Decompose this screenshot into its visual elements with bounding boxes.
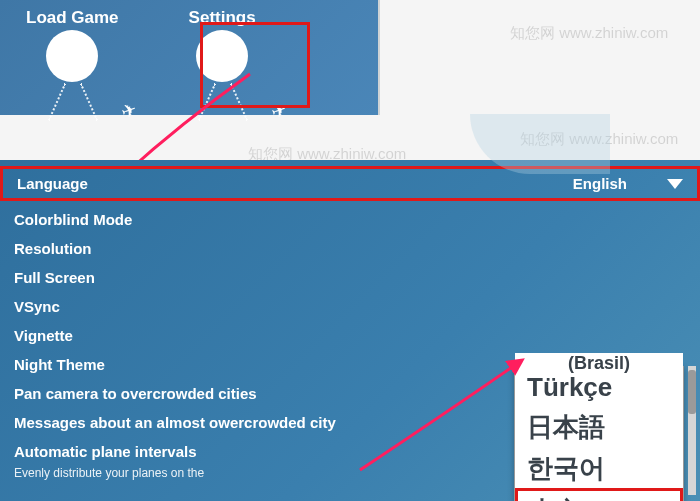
- plane-icon: ✈: [268, 98, 290, 124]
- language-label: Language: [17, 175, 88, 192]
- language-dropdown[interactable]: (Brasil) Türkçe日本語한국어中文Việtاَلْعَرَبِيَّ…: [514, 366, 684, 501]
- language-row[interactable]: Language English: [0, 166, 700, 201]
- top-screenshot: Load Game ✈ Settings ✈: [0, 0, 380, 115]
- settings-row-label: Resolution: [14, 240, 92, 257]
- settings-row[interactable]: VSync: [0, 292, 700, 321]
- chevron-down-icon: [667, 179, 683, 189]
- settings-row[interactable]: Resolution: [0, 234, 700, 263]
- settings-label: Settings: [189, 8, 256, 28]
- plane-icon: ✈: [118, 98, 140, 124]
- load-game-button[interactable]: Load Game ✈: [26, 8, 119, 82]
- dropdown-truncated-top: (Brasil): [515, 353, 683, 374]
- settings-row[interactable]: Full Screen: [0, 263, 700, 292]
- settings-row-label: Colorblind Mode: [14, 211, 132, 228]
- dropdown-item[interactable]: 中文: [515, 488, 683, 501]
- load-game-circle: ✈: [46, 30, 98, 82]
- settings-row[interactable]: Vignette: [0, 321, 700, 350]
- settings-circle: ✈: [196, 30, 248, 82]
- load-game-label: Load Game: [26, 8, 119, 28]
- settings-row-label: Messages about an almost owercrowded cit…: [14, 414, 336, 431]
- settings-row-label: VSync: [14, 298, 60, 315]
- settings-row[interactable]: Colorblind Mode: [0, 205, 700, 234]
- scrollbar-track[interactable]: [688, 366, 696, 495]
- language-value: English: [573, 175, 627, 192]
- settings-row-label: Night Theme: [14, 356, 105, 373]
- watermark: 知您网 www.zhiniw.com: [510, 24, 668, 43]
- settings-row-label: Pan camera to overcrowded cities: [14, 385, 257, 402]
- dropdown-item[interactable]: 한국어: [515, 448, 683, 488]
- settings-row-label: Automatic plane intervals: [14, 443, 197, 460]
- scrollbar-thumb[interactable]: [688, 370, 696, 414]
- dropdown-item[interactable]: 日本語: [515, 407, 683, 447]
- settings-row-label: Vignette: [14, 327, 73, 344]
- settings-button[interactable]: Settings ✈: [189, 8, 256, 82]
- settings-row-label: Full Screen: [14, 269, 95, 286]
- settings-panel: Language English Colorblind ModeResoluti…: [0, 160, 700, 501]
